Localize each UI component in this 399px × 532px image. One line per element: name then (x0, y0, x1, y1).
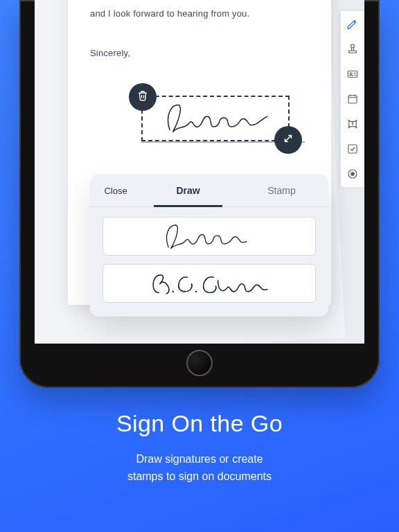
resize-icon (282, 132, 294, 148)
signature-item-james[interactable] (103, 217, 316, 256)
promo-slide: and I look forward to hearing from you. … (0, 0, 399, 532)
close-button[interactable]: Close (90, 186, 141, 196)
document-closing: Sincerely, (90, 46, 309, 61)
pen-icon[interactable] (346, 18, 359, 30)
promo-subtitle: Draw signatures or create stamps to sign… (0, 451, 399, 486)
textbox-icon[interactable] (346, 118, 359, 130)
tab-draw[interactable]: Draw (141, 175, 235, 206)
document-body-line: and I look forward to hearing from you. (90, 7, 309, 21)
tab-stamp[interactable]: Stamp (235, 175, 328, 206)
promo-title: Sign On the Go (0, 410, 399, 437)
device-screen: and I look forward to hearing from you. … (35, 0, 364, 344)
document-area: and I look forward to hearing from you. … (35, 0, 364, 344)
signature-selection[interactable] (141, 96, 290, 141)
record-icon[interactable] (346, 168, 359, 180)
signature-panel: Close Draw Stamp (90, 175, 328, 317)
svg-point-8 (351, 172, 355, 176)
checkbox-icon[interactable] (346, 143, 359, 155)
svg-point-1 (195, 291, 197, 292)
signature-tabs: Draw Stamp (141, 175, 328, 206)
signature-panel-header: Close Draw Stamp (90, 175, 328, 207)
calendar-icon[interactable] (346, 93, 359, 105)
trash-icon (136, 89, 149, 105)
annotation-toolbar (340, 11, 364, 187)
delete-signature-button[interactable] (129, 83, 157, 111)
svg-point-3 (350, 73, 352, 75)
signature-item-jc-charles[interactable] (103, 264, 316, 303)
svg-point-0 (172, 291, 174, 292)
promo-text: Sign On the Go Draw signatures or create… (0, 410, 399, 486)
stamp-icon[interactable] (346, 43, 359, 55)
svg-rect-4 (348, 96, 357, 103)
signature-list (90, 207, 328, 317)
id-card-icon[interactable] (346, 68, 359, 80)
resize-handle[interactable] (274, 126, 302, 154)
svg-rect-2 (348, 71, 357, 78)
signature-preview-james (154, 101, 281, 133)
device-frame: and I look forward to hearing from you. … (19, 0, 380, 388)
svg-rect-6 (348, 145, 357, 153)
home-button[interactable] (186, 350, 213, 376)
